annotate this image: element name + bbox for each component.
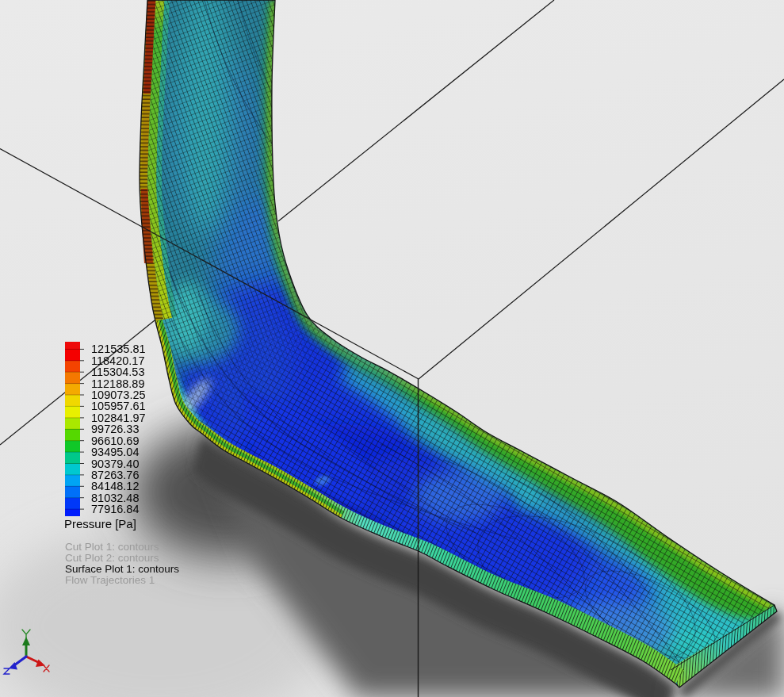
svg-text:77916.84: 77916.84 (91, 503, 139, 515)
svg-text:Cut Plot 1: contours: Cut Plot 1: contours (65, 541, 159, 553)
svg-text:Cut Plot 2: contours: Cut Plot 2: contours (65, 552, 159, 564)
svg-text:Surface Plot 1: contours: Surface Plot 1: contours (65, 563, 179, 575)
svg-text:Flow Trajectories 1: Flow Trajectories 1 (65, 574, 155, 586)
svg-text:Pressure [Pa]: Pressure [Pa] (64, 517, 136, 530)
